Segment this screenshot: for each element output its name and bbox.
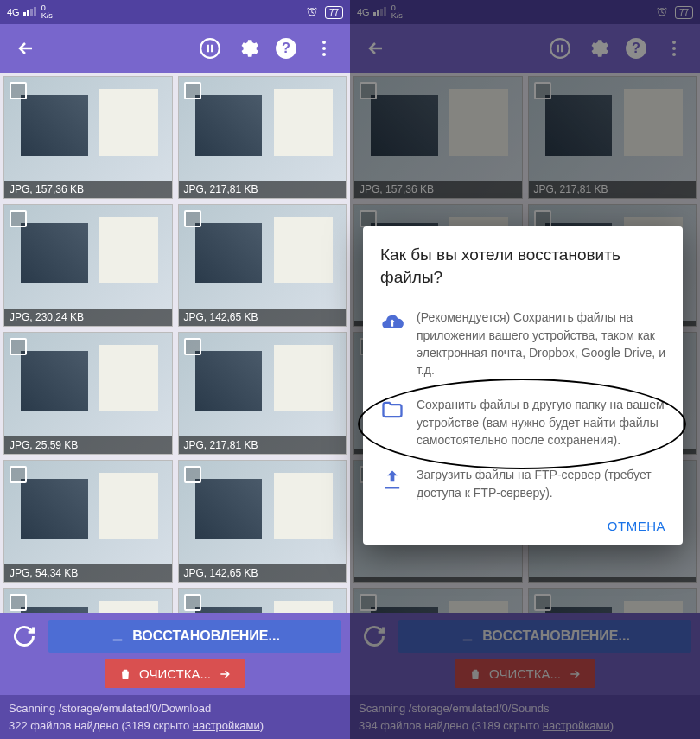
dialog-title: Как бы вы хотели восстановить файлы? bbox=[363, 244, 683, 300]
cloud-upload-icon bbox=[380, 310, 404, 334]
cleanup-button[interactable]: ОЧИСТКА... bbox=[105, 659, 245, 688]
back-button[interactable] bbox=[359, 31, 393, 66]
alarm-icon bbox=[656, 6, 668, 18]
thumbnail-item[interactable]: JPG, 54,34 KB bbox=[3, 460, 173, 583]
svg-point-0 bbox=[200, 39, 220, 58]
thumbnail-item[interactable]: JPG, 25,59 KB bbox=[3, 332, 173, 455]
cleanup-label: ОЧИСТКА... bbox=[139, 666, 211, 681]
dialog-option-text: Сохранить файлы в другую папку на вашем … bbox=[417, 396, 665, 449]
bottom-bar: ВОССТАНОВЛЕНИЕ... ОЧИСТКА... bbox=[0, 613, 350, 695]
bottom-bar: ВОССТАНОВЛЕНИЕ... ОЧИСТКА... bbox=[350, 613, 700, 695]
arrow-right-icon bbox=[218, 667, 232, 681]
app-bar: ? bbox=[350, 24, 700, 73]
thumbnail-item[interactable]: JPG, 142,65 KB bbox=[178, 204, 347, 327]
network-speed: 0K/s bbox=[41, 4, 53, 20]
thumbnail-label: JPG, 217,81 KB bbox=[529, 181, 697, 198]
restore-button[interactable]: ВОССТАНОВЛЕНИЕ... bbox=[48, 620, 341, 653]
thumbnail-label: JPG, 157,36 KB bbox=[354, 181, 522, 198]
svg-point-11 bbox=[672, 53, 676, 56]
thumbnail-checkbox[interactable] bbox=[184, 210, 201, 227]
upload-icon bbox=[380, 468, 404, 492]
settings-link[interactable]: настройками bbox=[543, 719, 610, 732]
restore-button[interactable]: ВОССТАНОВЛЕНИЕ... bbox=[398, 620, 691, 653]
app-bar: ? bbox=[0, 24, 350, 73]
svg-point-5 bbox=[322, 53, 326, 56]
thumbnail-grid-container: JPG, 157,36 KBJPG, 217,81 KBJPG, 230,24 … bbox=[0, 73, 350, 613]
thumbnail-checkbox[interactable] bbox=[360, 594, 377, 611]
help-button[interactable]: ? bbox=[269, 31, 303, 66]
refresh-button[interactable] bbox=[9, 621, 40, 652]
dialog-option-folder[interactable]: Сохранить файлы в другую папку на вашем … bbox=[363, 387, 683, 457]
thumbnail-checkbox[interactable] bbox=[534, 594, 551, 611]
thumbnail-label: JPG, 230,24 KB bbox=[4, 309, 172, 326]
arrow-right-icon bbox=[568, 667, 582, 681]
thumbnail-label: JPG, 217,81 KB bbox=[179, 181, 347, 198]
settings-button[interactable] bbox=[231, 31, 265, 66]
trash-icon bbox=[118, 667, 132, 681]
thumbnail-checkbox[interactable] bbox=[534, 210, 551, 227]
download-icon bbox=[460, 628, 475, 644]
thumbnail-item[interactable]: JPG, 21,66 KB bbox=[353, 588, 523, 613]
help-button[interactable]: ? bbox=[619, 31, 653, 66]
dialog-option-cloud[interactable]: (Рекомендуется) Сохранить файлы на прило… bbox=[363, 300, 683, 387]
thumbnail-item[interactable]: JPG, 21,66 KB bbox=[3, 588, 173, 613]
cleanup-label: ОЧИСТКА... bbox=[489, 666, 561, 681]
thumbnail-checkbox[interactable] bbox=[184, 594, 201, 611]
scan-status: Scanning /storage/emulated/0/Sounds 394 … bbox=[350, 695, 700, 739]
svg-point-10 bbox=[672, 47, 676, 50]
thumbnail-item[interactable]: JPG, 157,36 KB bbox=[3, 76, 173, 199]
thumbnail-checkbox[interactable] bbox=[184, 338, 201, 355]
cleanup-button[interactable]: ОЧИСТКА... bbox=[455, 659, 595, 688]
svg-point-3 bbox=[322, 41, 326, 44]
restore-label: ВОССТАНОВЛЕНИЕ... bbox=[132, 628, 280, 644]
thumbnail-checkbox[interactable] bbox=[534, 82, 551, 99]
thumbnail-item[interactable]: JPG, 217,81 KB bbox=[178, 76, 347, 199]
status-bar: 4G 0K/s 77 bbox=[350, 0, 700, 24]
thumbnail-checkbox[interactable] bbox=[10, 210, 27, 227]
thumbnail-checkbox[interactable] bbox=[10, 466, 27, 483]
thumbnail-item[interactable]: JPG, 25,59 KB bbox=[528, 588, 697, 613]
thumbnail-checkbox[interactable] bbox=[10, 594, 27, 611]
settings-link[interactable]: настройками bbox=[193, 719, 260, 732]
thumbnail-label: JPG, 142,65 KB bbox=[179, 564, 347, 582]
thumbnail-label: JPG, 54,34 KB bbox=[4, 564, 172, 582]
svg-point-9 bbox=[672, 41, 676, 44]
thumbnail-checkbox[interactable] bbox=[10, 338, 27, 355]
thumbnail-checkbox[interactable] bbox=[360, 210, 377, 227]
thumbnail-item[interactable]: JPG, 157,36 KB bbox=[353, 76, 523, 199]
dialog-cancel-button[interactable]: ОТМЕНА bbox=[608, 519, 665, 533]
status-bar: 4G 0K/s 77 bbox=[0, 0, 350, 24]
dialog-option-ftp[interactable]: Загрузить файлы на FTP-сервер (требует д… bbox=[363, 457, 683, 510]
pause-button[interactable] bbox=[543, 31, 577, 66]
thumbnail-checkbox[interactable] bbox=[360, 82, 377, 99]
thumbnail-item[interactable]: JPG, 230,24 KB bbox=[3, 204, 173, 327]
alarm-icon bbox=[306, 6, 318, 18]
thumbnail-checkbox[interactable] bbox=[184, 82, 201, 99]
menu-button[interactable] bbox=[657, 31, 691, 66]
thumbnail-item[interactable]: JPG, 217,81 KB bbox=[178, 332, 347, 455]
thumbnail-label: JPG, 157,36 KB bbox=[4, 181, 172, 198]
back-button[interactable] bbox=[9, 31, 43, 66]
thumbnail-item[interactable]: JPG, 25,59 KB bbox=[178, 588, 347, 613]
scan-path: Scanning /storage/emulated/0/Download bbox=[9, 700, 341, 717]
pause-button[interactable] bbox=[193, 31, 227, 66]
refresh-button[interactable] bbox=[359, 621, 390, 652]
settings-button[interactable] bbox=[581, 31, 615, 66]
svg-point-6 bbox=[550, 39, 570, 58]
folder-icon bbox=[380, 398, 404, 422]
restore-dialog: Как бы вы хотели восстановить файлы? (Ре… bbox=[363, 226, 683, 545]
menu-button[interactable] bbox=[307, 31, 341, 66]
svg-point-4 bbox=[322, 47, 326, 50]
thumbnail-item[interactable]: JPG, 142,65 KB bbox=[178, 460, 347, 583]
signal-indicator: 4G bbox=[357, 7, 386, 17]
dialog-option-text: (Рекомендуется) Сохранить файлы на прило… bbox=[417, 309, 665, 379]
dialog-option-text: Загрузить файлы на FTP-сервер (требует д… bbox=[417, 466, 665, 501]
signal-indicator: 4G bbox=[7, 7, 36, 17]
battery-indicator: 77 bbox=[675, 6, 693, 19]
thumbnail-checkbox[interactable] bbox=[184, 466, 201, 483]
thumbnail-checkbox[interactable] bbox=[10, 82, 27, 99]
thumbnail-label bbox=[354, 577, 522, 582]
thumbnail-item[interactable]: JPG, 217,81 KB bbox=[528, 76, 697, 199]
found-count: 394 файлов найдено (3189 скрыто настройк… bbox=[359, 717, 691, 735]
thumbnail-label: JPG, 217,81 KB bbox=[179, 436, 347, 454]
